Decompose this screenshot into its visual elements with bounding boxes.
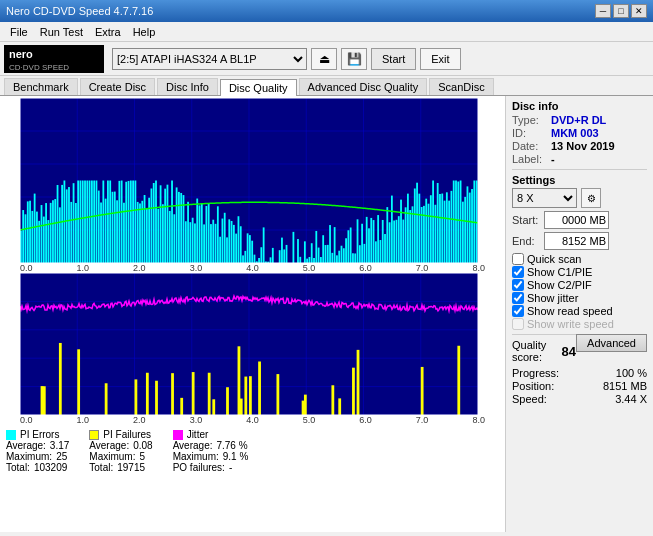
position-label: Position: bbox=[512, 380, 554, 392]
start-label: Start: bbox=[512, 214, 540, 226]
menu-bar: File Run Test Extra Help bbox=[0, 22, 653, 42]
save-button[interactable]: 💾 bbox=[341, 48, 367, 70]
end-row: End: bbox=[512, 232, 647, 250]
tab-advanced-disc-quality[interactable]: Advanced Disc Quality bbox=[299, 78, 428, 95]
minimize-button[interactable]: ─ bbox=[595, 4, 611, 18]
jitter-label: Jitter bbox=[187, 429, 209, 440]
disc-id-val: MKM 003 bbox=[551, 127, 599, 139]
quality-score-label: Quality score: bbox=[512, 339, 562, 363]
c1pie-checkbox[interactable] bbox=[512, 266, 524, 278]
progress-row: Progress: 100 % bbox=[512, 367, 647, 379]
drive-select[interactable]: [2:5] ATAPI iHAS324 A BL1P bbox=[112, 48, 307, 70]
end-input[interactable] bbox=[544, 232, 609, 250]
c2pif-row: Show C2/PIF bbox=[512, 279, 647, 291]
read-speed-row: Show read speed bbox=[512, 305, 647, 317]
start-button[interactable]: Start bbox=[371, 48, 416, 70]
c2pif-label: Show C2/PIF bbox=[527, 279, 592, 291]
legend-pi-failures: PI Failures Average: 0.08 Maximum: 5 Tot… bbox=[89, 429, 152, 473]
pi-failures-max-val: 5 bbox=[139, 451, 145, 462]
legend-pi-errors: PI Errors Average: 3.17 Maximum: 25 Tota… bbox=[6, 429, 69, 473]
pi-failures-avg-val: 0.08 bbox=[133, 440, 152, 451]
pi-errors-avg-label: Average: bbox=[6, 440, 46, 451]
write-speed-checkbox[interactable] bbox=[512, 318, 524, 330]
bottom-chart-y-left: 10 8 6 4 2 0 bbox=[2, 273, 20, 415]
top-chart-wrapper: 50 40 30 20 10 0 20 16 12 8 4 0 bbox=[2, 98, 503, 263]
chart-area: 50 40 30 20 10 0 20 16 12 8 4 0 0.0 1.0 … bbox=[0, 96, 505, 532]
maximize-button[interactable]: □ bbox=[613, 4, 629, 18]
svg-text:nero: nero bbox=[9, 48, 33, 60]
speed-row-progress: Speed: 3.44 X bbox=[512, 393, 647, 405]
top-chart-y-left: 50 40 30 20 10 0 bbox=[2, 98, 20, 263]
side-panel: Disc info Type: DVD+R DL ID: MKM 003 Dat… bbox=[505, 96, 653, 532]
disc-type-row: Type: DVD+R DL bbox=[512, 114, 647, 126]
disc-label-label: Label: bbox=[512, 153, 547, 165]
c1pie-row: Show C1/PIE bbox=[512, 266, 647, 278]
pi-failures-color bbox=[89, 430, 99, 440]
quality-score-val: 84 bbox=[562, 344, 576, 359]
tab-disc-info[interactable]: Disc Info bbox=[157, 78, 218, 95]
jitter-color bbox=[173, 430, 183, 440]
eject-button[interactable]: ⏏ bbox=[311, 48, 337, 70]
speed-label: Speed: bbox=[512, 393, 547, 405]
progress-val: 100 % bbox=[616, 367, 647, 379]
speed-select[interactable]: 8 X Max 4 X 6 X 12 X 16 X bbox=[512, 188, 577, 208]
tab-scandisc[interactable]: ScanDisc bbox=[429, 78, 493, 95]
advanced-button[interactable]: Advanced bbox=[576, 334, 647, 352]
settings-icon-btn[interactable]: ⚙ bbox=[581, 188, 601, 208]
jitter-row: Show jitter bbox=[512, 292, 647, 304]
pi-errors-max-label: Maximum: bbox=[6, 451, 52, 462]
tab-bar: Benchmark Create Disc Disc Info Disc Qua… bbox=[0, 76, 653, 96]
quick-scan-checkbox[interactable] bbox=[512, 253, 524, 265]
svg-text:SPEED: SPEED bbox=[42, 63, 69, 72]
bottom-chart-x-axis: 0.0 1.0 2.0 3.0 4.0 5.0 6.0 7.0 8.0 bbox=[2, 415, 503, 425]
exit-button[interactable]: Exit bbox=[420, 48, 460, 70]
jitter-avg-val: 7.76 % bbox=[216, 440, 247, 451]
jitter-avg-label: Average: bbox=[173, 440, 213, 451]
read-speed-checkbox[interactable] bbox=[512, 305, 524, 317]
menu-file[interactable]: File bbox=[4, 25, 34, 39]
quick-scan-row: Quick scan bbox=[512, 253, 647, 265]
pi-failures-total-label: Total: bbox=[89, 462, 113, 473]
nero-logo: nero CD·DVD SPEED bbox=[4, 45, 104, 73]
close-button[interactable]: ✕ bbox=[631, 4, 647, 18]
pi-errors-total-val: 103209 bbox=[34, 462, 67, 473]
title-text: Nero CD-DVD Speed 4.7.7.16 bbox=[6, 5, 153, 17]
po-failures-val: - bbox=[229, 462, 232, 473]
jitter-checkbox[interactable] bbox=[512, 292, 524, 304]
pi-failures-total-val: 19715 bbox=[117, 462, 145, 473]
disc-type-label: Type: bbox=[512, 114, 547, 126]
pi-errors-max-val: 25 bbox=[56, 451, 67, 462]
pi-errors-total-label: Total: bbox=[6, 462, 30, 473]
bottom-chart-wrapper: 10 8 6 4 2 0 10 8 6 4 2 0 bbox=[2, 273, 503, 415]
menu-help[interactable]: Help bbox=[127, 25, 162, 39]
menu-extra[interactable]: Extra bbox=[89, 25, 127, 39]
speed-val: 3.44 X bbox=[615, 393, 647, 405]
read-speed-label: Show read speed bbox=[527, 305, 613, 317]
c2pif-checkbox[interactable] bbox=[512, 279, 524, 291]
disc-label-row: Label: - bbox=[512, 153, 647, 165]
toolbar: nero CD·DVD SPEED [2:5] ATAPI iHAS324 A … bbox=[0, 42, 653, 76]
disc-id-row: ID: MKM 003 bbox=[512, 127, 647, 139]
end-label: End: bbox=[512, 235, 540, 247]
write-speed-row: Show write speed bbox=[512, 318, 647, 330]
window-controls: ─ □ ✕ bbox=[595, 4, 647, 18]
jitter-max-val: 9.1 % bbox=[223, 451, 249, 462]
c1pie-label: Show C1/PIE bbox=[527, 266, 592, 278]
jitter-show-label: Show jitter bbox=[527, 292, 578, 304]
menu-run-test[interactable]: Run Test bbox=[34, 25, 89, 39]
pi-failures-max-label: Maximum: bbox=[89, 451, 135, 462]
start-input[interactable] bbox=[544, 211, 609, 229]
write-speed-label: Show write speed bbox=[527, 318, 614, 330]
pi-failures-label: PI Failures bbox=[103, 429, 151, 440]
pi-errors-avg-val: 3.17 bbox=[50, 440, 69, 451]
disc-date-val: 13 Nov 2019 bbox=[551, 140, 615, 152]
pi-failures-avg-label: Average: bbox=[89, 440, 129, 451]
tab-create-disc[interactable]: Create Disc bbox=[80, 78, 155, 95]
disc-id-label: ID: bbox=[512, 127, 547, 139]
title-bar: Nero CD-DVD Speed 4.7.7.16 ─ □ ✕ bbox=[0, 0, 653, 22]
main-content: 50 40 30 20 10 0 20 16 12 8 4 0 0.0 1.0 … bbox=[0, 96, 653, 532]
legend: PI Errors Average: 3.17 Maximum: 25 Tota… bbox=[2, 425, 503, 475]
speed-row: 8 X Max 4 X 6 X 12 X 16 X ⚙ bbox=[512, 188, 647, 208]
tab-disc-quality[interactable]: Disc Quality bbox=[220, 79, 297, 96]
tab-benchmark[interactable]: Benchmark bbox=[4, 78, 78, 95]
